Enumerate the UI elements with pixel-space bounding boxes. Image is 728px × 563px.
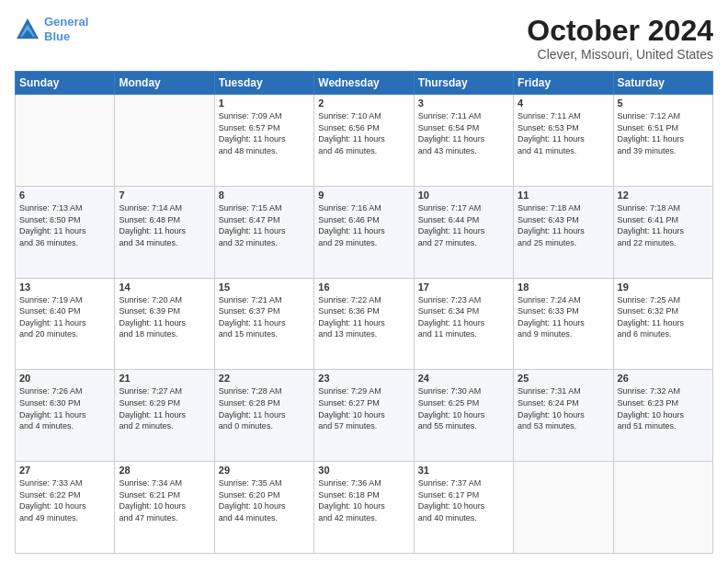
day-number: 20 bbox=[19, 373, 110, 384]
calendar-cell: 28Sunrise: 7:34 AM Sunset: 6:21 PM Dayli… bbox=[115, 462, 214, 554]
day-info: Sunrise: 7:26 AM Sunset: 6:30 PM Dayligh… bbox=[19, 385, 110, 431]
calendar-cell: 18Sunrise: 7:24 AM Sunset: 6:33 PM Dayli… bbox=[514, 278, 613, 370]
day-number: 19 bbox=[618, 282, 709, 293]
day-info: Sunrise: 7:32 AM Sunset: 6:23 PM Dayligh… bbox=[618, 385, 709, 431]
calendar-cell: 29Sunrise: 7:35 AM Sunset: 6:20 PM Dayli… bbox=[214, 462, 313, 554]
day-info: Sunrise: 7:17 AM Sunset: 6:44 PM Dayligh… bbox=[418, 202, 509, 248]
day-info: Sunrise: 7:21 AM Sunset: 6:37 PM Dayligh… bbox=[219, 294, 310, 340]
weekday-header: Monday bbox=[115, 72, 214, 95]
title-block: October 2024 Clever, Missouri, United St… bbox=[527, 15, 713, 62]
day-info: Sunrise: 7:18 AM Sunset: 6:41 PM Dayligh… bbox=[618, 202, 709, 248]
calendar-week-row: 13Sunrise: 7:19 AM Sunset: 6:40 PM Dayli… bbox=[16, 278, 713, 370]
calendar-week-row: 1Sunrise: 7:09 AM Sunset: 6:57 PM Daylig… bbox=[16, 95, 713, 187]
page: General Blue October 2024 Clever, Missou… bbox=[0, 0, 728, 563]
calendar-week-row: 6Sunrise: 7:13 AM Sunset: 6:50 PM Daylig… bbox=[16, 186, 713, 278]
day-info: Sunrise: 7:15 AM Sunset: 6:47 PM Dayligh… bbox=[219, 202, 310, 248]
calendar-body: 1Sunrise: 7:09 AM Sunset: 6:57 PM Daylig… bbox=[16, 95, 713, 554]
calendar-cell: 23Sunrise: 7:29 AM Sunset: 6:27 PM Dayli… bbox=[314, 370, 414, 462]
day-number: 4 bbox=[518, 98, 609, 109]
day-number: 18 bbox=[518, 282, 609, 293]
day-number: 3 bbox=[418, 98, 509, 109]
calendar-cell: 4Sunrise: 7:11 AM Sunset: 6:53 PM Daylig… bbox=[514, 95, 613, 187]
day-info: Sunrise: 7:20 AM Sunset: 6:39 PM Dayligh… bbox=[119, 294, 210, 340]
day-info: Sunrise: 7:13 AM Sunset: 6:50 PM Dayligh… bbox=[19, 202, 110, 248]
day-number: 2 bbox=[318, 98, 409, 109]
day-number: 27 bbox=[19, 465, 110, 476]
day-info: Sunrise: 7:11 AM Sunset: 6:54 PM Dayligh… bbox=[418, 110, 509, 156]
day-info: Sunrise: 7:25 AM Sunset: 6:32 PM Dayligh… bbox=[618, 294, 709, 340]
weekday-header: Tuesday bbox=[214, 72, 313, 95]
day-number: 23 bbox=[318, 373, 409, 384]
logo: General Blue bbox=[15, 15, 88, 43]
logo-line1: General bbox=[44, 15, 88, 29]
calendar-cell: 10Sunrise: 7:17 AM Sunset: 6:44 PM Dayli… bbox=[414, 186, 513, 278]
calendar-cell: 27Sunrise: 7:33 AM Sunset: 6:22 PM Dayli… bbox=[16, 462, 115, 554]
day-info: Sunrise: 7:23 AM Sunset: 6:34 PM Dayligh… bbox=[418, 294, 509, 340]
calendar-cell bbox=[613, 462, 712, 554]
weekday-header: Sunday bbox=[16, 72, 115, 95]
calendar-cell: 1Sunrise: 7:09 AM Sunset: 6:57 PM Daylig… bbox=[214, 95, 313, 187]
day-info: Sunrise: 7:30 AM Sunset: 6:25 PM Dayligh… bbox=[418, 385, 509, 431]
day-number: 22 bbox=[219, 373, 310, 384]
calendar-week-row: 20Sunrise: 7:26 AM Sunset: 6:30 PM Dayli… bbox=[16, 370, 713, 462]
calendar-cell: 26Sunrise: 7:32 AM Sunset: 6:23 PM Dayli… bbox=[613, 370, 712, 462]
day-number: 31 bbox=[418, 465, 509, 476]
weekday-header: Saturday bbox=[613, 72, 712, 95]
calendar-cell: 9Sunrise: 7:16 AM Sunset: 6:46 PM Daylig… bbox=[314, 186, 414, 278]
weekday-header: Thursday bbox=[414, 72, 513, 95]
calendar-cell: 13Sunrise: 7:19 AM Sunset: 6:40 PM Dayli… bbox=[16, 278, 115, 370]
calendar-cell: 25Sunrise: 7:31 AM Sunset: 6:24 PM Dayli… bbox=[514, 370, 613, 462]
day-number: 8 bbox=[219, 190, 310, 201]
calendar-cell: 22Sunrise: 7:28 AM Sunset: 6:28 PM Dayli… bbox=[214, 370, 313, 462]
calendar-cell: 14Sunrise: 7:20 AM Sunset: 6:39 PM Dayli… bbox=[115, 278, 214, 370]
logo-text: General Blue bbox=[44, 15, 88, 43]
day-info: Sunrise: 7:27 AM Sunset: 6:29 PM Dayligh… bbox=[119, 385, 210, 431]
day-info: Sunrise: 7:14 AM Sunset: 6:48 PM Dayligh… bbox=[119, 202, 210, 248]
calendar-cell: 31Sunrise: 7:37 AM Sunset: 6:17 PM Dayli… bbox=[414, 462, 513, 554]
day-number: 24 bbox=[418, 373, 509, 384]
calendar-cell: 6Sunrise: 7:13 AM Sunset: 6:50 PM Daylig… bbox=[16, 186, 115, 278]
month-title: October 2024 bbox=[527, 15, 713, 47]
day-info: Sunrise: 7:35 AM Sunset: 6:20 PM Dayligh… bbox=[219, 477, 310, 523]
weekday-header: Friday bbox=[514, 72, 613, 95]
day-info: Sunrise: 7:16 AM Sunset: 6:46 PM Dayligh… bbox=[318, 202, 409, 248]
calendar-table: SundayMondayTuesdayWednesdayThursdayFrid… bbox=[15, 71, 713, 554]
day-number: 7 bbox=[119, 190, 210, 201]
calendar-cell: 7Sunrise: 7:14 AM Sunset: 6:48 PM Daylig… bbox=[115, 186, 214, 278]
day-info: Sunrise: 7:22 AM Sunset: 6:36 PM Dayligh… bbox=[318, 294, 409, 340]
calendar-cell: 24Sunrise: 7:30 AM Sunset: 6:25 PM Dayli… bbox=[414, 370, 513, 462]
day-number: 5 bbox=[618, 98, 709, 109]
day-info: Sunrise: 7:28 AM Sunset: 6:28 PM Dayligh… bbox=[219, 385, 310, 431]
day-info: Sunrise: 7:18 AM Sunset: 6:43 PM Dayligh… bbox=[518, 202, 609, 248]
calendar-header: SundayMondayTuesdayWednesdayThursdayFrid… bbox=[16, 72, 713, 95]
day-info: Sunrise: 7:33 AM Sunset: 6:22 PM Dayligh… bbox=[19, 477, 110, 523]
calendar-cell: 11Sunrise: 7:18 AM Sunset: 6:43 PM Dayli… bbox=[514, 186, 613, 278]
day-info: Sunrise: 7:12 AM Sunset: 6:51 PM Dayligh… bbox=[618, 110, 709, 156]
day-number: 9 bbox=[318, 190, 409, 201]
day-info: Sunrise: 7:36 AM Sunset: 6:18 PM Dayligh… bbox=[318, 477, 409, 523]
calendar-cell: 19Sunrise: 7:25 AM Sunset: 6:32 PM Dayli… bbox=[613, 278, 712, 370]
day-info: Sunrise: 7:29 AM Sunset: 6:27 PM Dayligh… bbox=[318, 385, 409, 431]
day-info: Sunrise: 7:37 AM Sunset: 6:17 PM Dayligh… bbox=[418, 477, 509, 523]
weekday-header: Wednesday bbox=[314, 72, 414, 95]
calendar-cell: 16Sunrise: 7:22 AM Sunset: 6:36 PM Dayli… bbox=[314, 278, 414, 370]
logo-line2: Blue bbox=[44, 29, 70, 43]
calendar-cell bbox=[514, 462, 613, 554]
calendar-cell: 12Sunrise: 7:18 AM Sunset: 6:41 PM Dayli… bbox=[613, 186, 712, 278]
day-info: Sunrise: 7:19 AM Sunset: 6:40 PM Dayligh… bbox=[19, 294, 110, 340]
day-info: Sunrise: 7:09 AM Sunset: 6:57 PM Dayligh… bbox=[219, 110, 310, 156]
calendar-cell: 8Sunrise: 7:15 AM Sunset: 6:47 PM Daylig… bbox=[214, 186, 313, 278]
calendar-cell: 3Sunrise: 7:11 AM Sunset: 6:54 PM Daylig… bbox=[414, 95, 513, 187]
day-number: 14 bbox=[119, 282, 210, 293]
day-number: 16 bbox=[318, 282, 409, 293]
calendar-cell: 30Sunrise: 7:36 AM Sunset: 6:18 PM Dayli… bbox=[314, 462, 414, 554]
day-number: 30 bbox=[318, 465, 409, 476]
calendar-cell bbox=[16, 95, 115, 187]
calendar-cell bbox=[115, 95, 214, 187]
day-number: 25 bbox=[518, 373, 609, 384]
day-number: 17 bbox=[418, 282, 509, 293]
day-info: Sunrise: 7:10 AM Sunset: 6:56 PM Dayligh… bbox=[318, 110, 409, 156]
header: General Blue October 2024 Clever, Missou… bbox=[15, 15, 713, 62]
day-number: 1 bbox=[219, 98, 310, 109]
calendar-cell: 17Sunrise: 7:23 AM Sunset: 6:34 PM Dayli… bbox=[414, 278, 513, 370]
